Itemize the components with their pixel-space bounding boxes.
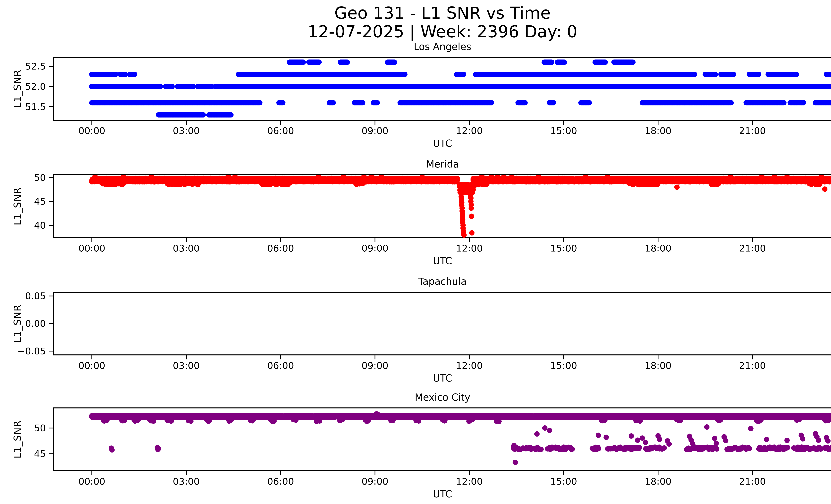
x-tick-label: 18:00 [631,243,685,254]
subplot-title-mexico-city: Mexico City [0,392,831,403]
y-tick-label: 0.00 [9,318,46,329]
x-tick-label: 09:00 [348,243,402,254]
plot-area-los-angeles [41,55,831,128]
x-axis-label-tapachula: UTC [0,373,831,384]
x-tick-label: 18:00 [631,360,685,371]
figure-title-line1: Geo 131 - L1 SNR vs Time [0,3,831,23]
x-tick-label: 06:00 [254,243,307,254]
x-tick-label: 18:00 [631,125,685,137]
plot-area-merida [41,173,831,245]
x-tick-label: 00:00 [65,360,118,371]
x-tick-label: 15:00 [537,243,590,254]
plot-area-tapachula [41,290,831,362]
x-tick-label: 12:00 [443,243,496,254]
subplot-title-los-angeles: Los Angeles [0,41,831,52]
x-tick-label: 21:00 [726,243,779,254]
y-tick-label: 40 [9,220,46,231]
x-tick-label: 00:00 [65,125,118,137]
x-axis-label-los-angeles: UTC [0,138,831,149]
x-tick-label: 18:00 [631,476,685,487]
y-tick-label: 50 [9,172,46,183]
y-axis-label-mexico-city: L1_SNR [12,408,23,471]
x-tick-label: 00:00 [820,360,831,371]
x-tick-label: 06:00 [254,360,307,371]
y-tick-label: 52.5 [9,61,46,72]
x-tick-label: 15:00 [537,125,590,137]
y-tick-label: 51.5 [9,101,46,113]
x-tick-label: 00:00 [820,243,831,254]
y-tick-label: 45 [9,448,46,459]
x-tick-label: 00:00 [820,125,831,137]
x-tick-label: 21:00 [726,360,779,371]
plot-area-mexico-city [41,406,831,478]
y-tick-label: 50 [9,422,46,434]
x-axis-label-mexico-city: UTC [0,488,831,500]
y-tick-label: 0.05 [9,290,46,302]
x-tick-label: 06:00 [254,476,307,487]
x-tick-label: 09:00 [348,360,402,371]
x-tick-label: 09:00 [348,476,402,487]
x-tick-label: 00:00 [820,476,831,487]
x-tick-label: 21:00 [726,476,779,487]
y-tick-label: −0.05 [9,346,46,357]
x-tick-label: 09:00 [348,125,402,137]
x-axis-label-merida: UTC [0,255,831,267]
x-tick-label: 12:00 [443,476,496,487]
y-tick-label: 45 [9,196,46,207]
x-tick-label: 12:00 [443,360,496,371]
x-tick-label: 03:00 [160,476,213,487]
x-tick-label: 15:00 [537,360,590,371]
x-tick-label: 00:00 [65,243,118,254]
x-tick-label: 21:00 [726,125,779,137]
subplot-title-tapachula: Tapachula [0,276,831,287]
figure-title-line2: 12-07-2025 | Week: 2396 Day: 0 [0,22,831,41]
x-tick-label: 00:00 [65,476,118,487]
x-tick-label: 06:00 [254,125,307,137]
y-tick-label: 52.0 [9,81,46,92]
figure: Geo 131 - L1 SNR vs Time 12-07-2025 | We… [0,0,831,504]
x-tick-label: 03:00 [160,360,213,371]
x-tick-label: 03:00 [160,243,213,254]
x-tick-label: 15:00 [537,476,590,487]
subplot-title-merida: Merida [0,158,831,170]
x-tick-label: 03:00 [160,125,213,137]
x-tick-label: 12:00 [443,125,496,137]
